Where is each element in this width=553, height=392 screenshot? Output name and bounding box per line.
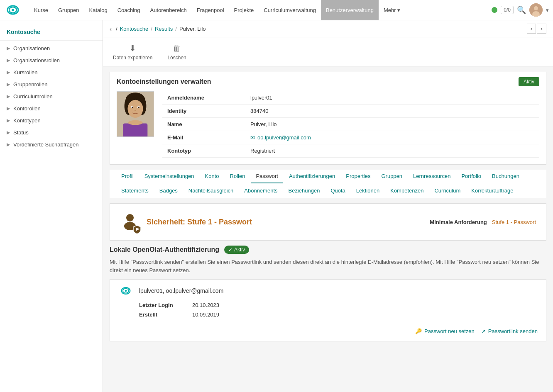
svg-point-0 [12, 9, 14, 11]
nav-benutzerverwaltung[interactable]: Benutzerverwaltung [321, 0, 379, 20]
tab-statements[interactable]: Statements [116, 184, 154, 198]
sidebar-item-label: Vordefinierte Suchabfragen [13, 141, 79, 148]
reset-password-button[interactable]: 🔑 Passwort neu setzen [415, 328, 475, 334]
field-label: Kontotyp [162, 144, 245, 158]
field-value-email: ✉ oo.lpulver@gmail.com [245, 131, 539, 144]
checkmark-icon: ✓ [228, 247, 232, 253]
user-menu-arrow[interactable]: ▾ [546, 7, 549, 13]
score-display: 0/0 [501, 6, 514, 14]
field-value: Pulver, Lilo [245, 118, 539, 131]
nav-katalog[interactable]: Katalog [84, 0, 113, 20]
tab-badges[interactable]: Badges [154, 184, 183, 198]
send-link-button[interactable]: ↗ Passwortlink senden [481, 328, 538, 334]
sidebar-item-label: Kursrollen [13, 69, 38, 75]
account-body: Anmeldename lpulver01 Identity 884740 Na… [110, 91, 546, 164]
svg-rect-15 [123, 123, 148, 137]
tab-kompetenzen[interactable]: Kompetenzen [385, 184, 428, 198]
email-link[interactable]: ✉ oo.lpulver@gmail.com [250, 134, 534, 141]
field-value: Registriert [245, 144, 539, 158]
export-label: Daten exportieren [113, 55, 152, 61]
sidebar-item-label: Organisationsrollen [13, 57, 60, 63]
user-photo [117, 91, 154, 137]
tab-authentifizierungen[interactable]: Authentifizierungen [284, 170, 340, 183]
sidebar-item-kontorollen[interactable]: ▶ Kontorollen [0, 102, 103, 114]
nav-coaching[interactable]: Coaching [113, 0, 145, 20]
svg-point-12 [132, 107, 133, 108]
tab-lektionen[interactable]: Lektionen [351, 184, 384, 198]
tab-profil[interactable]: Profil [116, 170, 139, 183]
nav-fragenpool[interactable]: Fragenpool [192, 0, 229, 20]
tab-gruppen[interactable]: Gruppen [376, 170, 407, 183]
nav-gruppen[interactable]: Gruppen [53, 0, 84, 20]
tab-beziehungen[interactable]: Beziehungen [284, 184, 325, 198]
app-logo[interactable] [4, 4, 22, 16]
nav-curriculumverwaltung[interactable]: Curriculumverwaltung [259, 0, 321, 20]
user-avatar[interactable] [529, 3, 543, 17]
key-icon: 🔑 [415, 328, 422, 334]
sidebar-item-kursrollen[interactable]: ▶ Kursrollen [0, 66, 103, 78]
nav-links: Kurse Gruppen Katalog Coaching Autorenbe… [29, 0, 492, 20]
auth-description: Mit Hilfe "Passwortlink senden" erstelle… [110, 258, 546, 274]
tab-konto[interactable]: Konto [200, 170, 224, 183]
sidebar-item-label: Kontotypen [13, 117, 41, 124]
tab-quota[interactable]: Quota [325, 184, 350, 198]
export-button[interactable]: ⬇ Daten exportieren [110, 41, 156, 62]
security-label: Sicherheit: [147, 218, 185, 226]
breadcrumb-kontosuche[interactable]: Kontosuche [120, 26, 149, 32]
sidebar-item-label: Curriculumrollen [13, 93, 53, 100]
arrow-icon: ▶ [7, 118, 10, 123]
table-row: Anmeldename lpulver01 [162, 91, 539, 105]
created-value: 10.09.2019 [192, 312, 219, 318]
breadcrumb-back-btn[interactable]: ‹ [110, 25, 112, 32]
breadcrumb-next-btn[interactable]: › [537, 24, 546, 34]
arrow-icon: ▶ [7, 142, 10, 147]
sidebar-item-label: Kontorollen [13, 105, 41, 112]
info-table: Anmeldename lpulver01 Identity 884740 Na… [162, 91, 539, 158]
arrow-icon: ▶ [7, 130, 10, 135]
sidebar-item-kontotypen[interactable]: ▶ Kontotypen [0, 114, 103, 127]
nav-right: 0/0 🔍 ▾ [492, 3, 549, 17]
svg-point-16 [128, 120, 142, 125]
sidebar-item-curriculumrollen[interactable]: ▶ Curriculumrollen [0, 90, 103, 102]
arrow-icon: ▶ [7, 46, 10, 51]
sidebar-item-organisationen[interactable]: ▶ Organisationen [0, 42, 103, 54]
table-row: Kontotyp Registriert [162, 144, 539, 158]
sidebar-item-label: Status [13, 129, 29, 136]
sidebar-item-gruppenrollen[interactable]: ▶ Gruppenrollen [0, 78, 103, 90]
breadcrumb-nav: ‹ › [527, 24, 546, 34]
field-value: lpulver01 [245, 91, 539, 105]
nav-mehr[interactable]: Mehr ▾ [379, 0, 405, 20]
tab-properties[interactable]: Properties [341, 170, 375, 183]
nav-projekte[interactable]: Projekte [229, 0, 259, 20]
sidebar-title: Kontosuche [0, 25, 103, 41]
svg-point-9 [127, 100, 143, 118]
nav-kurse[interactable]: Kurse [29, 0, 53, 20]
sidebar-item-vordefinierte[interactable]: ▶ Vordefinierte Suchabfragen [0, 139, 103, 151]
svg-point-20 [125, 290, 127, 292]
oo-logo [118, 286, 133, 295]
tab-buchungen[interactable]: Buchungen [487, 170, 524, 183]
nav-autorenbereich[interactable]: Autorenbereich [145, 0, 192, 20]
tab-curriculum[interactable]: Curriculum [429, 184, 465, 198]
tab-rollen[interactable]: Rollen [225, 170, 250, 183]
tab-abonnements[interactable]: Abonnements [239, 184, 282, 198]
min-requirement-label: Minimale Anforderung [430, 219, 487, 225]
breadcrumb-results[interactable]: Results [155, 26, 173, 32]
auth-title: Lokale OpenOlat-Authentifizierung [110, 246, 219, 253]
tab-lernressourcen[interactable]: Lernressourcen [408, 170, 455, 183]
delete-button[interactable]: 🗑 Löschen [164, 42, 189, 62]
tab-nachteilsausgleich[interactable]: Nachteilsausgleich [184, 184, 238, 198]
sidebar-item-organisationsrollen[interactable]: ▶ Organisationsrollen [0, 54, 103, 66]
svg-point-2 [534, 6, 538, 10]
auth-card: lpulver01, oo.lpulver@gmail.com Letzter … [110, 279, 546, 341]
breadcrumb-prev-btn[interactable]: ‹ [527, 24, 536, 34]
status-dot [492, 7, 497, 13]
sidebar-item-status[interactable]: ▶ Status [0, 127, 103, 139]
tab-passwort[interactable]: Passwort [251, 170, 283, 183]
search-icon[interactable]: 🔍 [517, 5, 526, 15]
tab-portfolio[interactable]: Portfolio [456, 170, 486, 183]
tab-korrekturauftraege[interactable]: Korrekturaufträge [466, 184, 518, 198]
tab-systemeinstellungen[interactable]: Systemeinstellungen [139, 170, 199, 183]
auth-actions: 🔑 Passwort neu setzen ↗ Passwortlink sen… [118, 323, 538, 334]
created-label: Erstellt [139, 312, 189, 318]
